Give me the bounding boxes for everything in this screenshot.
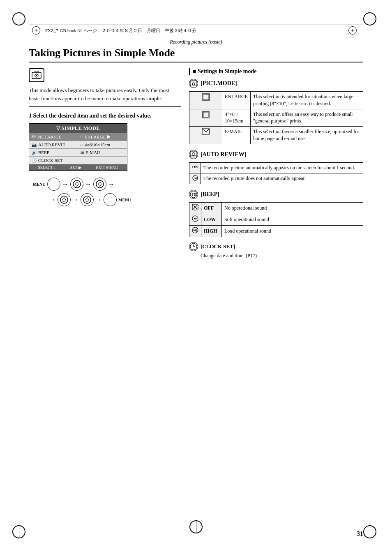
beep-low-icon	[189, 214, 201, 225]
settings-heading: ■ Settings in Simple mode	[189, 68, 363, 75]
header-file-info: FXZ_7-GN.book 31 ページ ２００４年８月２日 月曜日 午後３時４…	[45, 28, 196, 34]
beep-high-icon	[189, 225, 201, 237]
category-label: Recording pictures (basic)	[29, 39, 363, 45]
auto-review-label: [AUTO REVIEW]	[201, 151, 246, 158]
menu-title: ▽ SIMPLE MODE	[29, 124, 127, 133]
pict-mode-heading: [PICT.MODE]	[189, 79, 363, 88]
nav-btn-ok4[interactable]	[81, 193, 94, 206]
nav-btn-ok3[interactable]	[58, 193, 71, 206]
header-crosshair-right	[348, 26, 357, 35]
step1-heading: 1 Select the desired item and set the de…	[29, 113, 181, 119]
auto-review-on-desc: The recorded picture automatically appea…	[201, 162, 363, 173]
beep-label: [BEEP]	[201, 191, 219, 198]
nav-btn-ok1[interactable]	[70, 178, 83, 191]
arrow-4: →	[49, 196, 56, 203]
beep-row-high: HIGH Loud operational sound	[189, 225, 363, 237]
two-col-layout: This mode allows beginners to take pictu…	[29, 68, 363, 259]
svg-marker-8	[62, 197, 66, 202]
menu-cell-auto: 📷 AUTO REVIE	[29, 141, 78, 148]
menu-row-beep: 🔊 BEEP ✉ E-MAIL	[29, 149, 127, 157]
arrow-1: →	[62, 180, 69, 188]
pict-email-desc: This selection favors a smaller file siz…	[251, 127, 363, 144]
nav-row-1: MENU → →	[33, 178, 181, 191]
header-crosshair-left	[32, 26, 40, 35]
beep-low-desc: Soft operational sound	[222, 214, 363, 225]
auto-review-row-off: OF The recorded picture does not automat…	[189, 173, 363, 184]
bottom-center-crosshair	[189, 520, 203, 533]
pict-email-icon-cell	[189, 127, 222, 144]
svg-marker-6	[98, 182, 101, 187]
clock-set-section: [CLOCK SET] Change date and time. (P17)	[189, 242, 363, 259]
pict-4x6-name: 4"×6"/10×15cm	[222, 109, 251, 127]
left-column: This mode allows beginners to take pictu…	[29, 68, 181, 259]
nav-btn-menu2[interactable]	[104, 193, 117, 206]
arrow-3: →	[108, 180, 115, 188]
clock-icon: 🕐	[32, 158, 37, 163]
auto-review-row-on: ON The recorded picture automatically ap…	[189, 162, 363, 173]
menu-label-2: MENU	[118, 198, 131, 202]
pict-4x6-desc: This selection offers an easy way to pro…	[251, 109, 363, 127]
clock-set-icon	[189, 242, 198, 251]
beep-row-low: LOW Soft operational sound	[189, 214, 363, 225]
nav-area: MENU → →	[29, 178, 181, 206]
auto-review-on-icon: ON	[189, 162, 201, 173]
enlarge-icon: □	[81, 134, 83, 139]
menu-cell-4x6: □ 4×6/10×15cm	[78, 141, 127, 148]
header-bar: FXZ_7-GN.book 31 ページ ２００４年８月２日 月曜日 午後３時４…	[29, 25, 363, 36]
svg-point-12	[192, 83, 195, 85]
menu-row-pict: 🎞 PICT.MODE □ ENLARGE ▶	[29, 133, 127, 141]
simple-mode-icon	[29, 68, 44, 82]
menu-bottom-bar: SELECT ↕ SET ▶ EXIT MENU	[29, 164, 127, 171]
beep-section-icon	[189, 190, 198, 199]
auto-icon: 📷	[32, 143, 37, 147]
pict-row-email: E-MAIL This selection favors a smaller f…	[189, 127, 363, 144]
corner-tl	[12, 12, 29, 29]
beep-off-level: OFF	[201, 203, 222, 214]
svg-marker-10	[85, 197, 89, 202]
menu-cell-clock: 🕐 CLOCK SET	[29, 157, 127, 164]
pict-icon: 🎞	[32, 134, 36, 139]
svg-marker-4	[75, 182, 78, 187]
4x6-icon: □	[81, 143, 83, 147]
clock-set-heading: [CLOCK SET]	[189, 242, 363, 251]
arrow-2: →	[85, 180, 92, 188]
pict-enlarge-desc: This selection is intended for situation…	[251, 92, 363, 109]
menu-cell-beep: 🔊 BEEP	[29, 149, 78, 156]
nav-btn-menu[interactable]	[47, 178, 60, 191]
beep-low-level: LOW	[201, 214, 222, 225]
pict-email-name: E-MAIL	[222, 127, 251, 144]
menu-mockup: ▽ SIMPLE MODE 🎞 PICT.MODE □ ENLARGE ▶	[29, 123, 127, 171]
pict-mode-icon	[189, 79, 198, 88]
main-content: Recording pictures (basic) Taking Pictur…	[29, 39, 363, 521]
beep-off-desc: No operational sound	[222, 203, 363, 214]
svg-text:OF: OF	[194, 177, 198, 180]
menu-cell-enlarge: □ ENLARGE ▶	[78, 133, 127, 141]
pict-mode-label: [PICT.MODE]	[201, 80, 237, 87]
pict-mode-table: ENLARGE This selection is intended for s…	[189, 91, 363, 144]
beep-table: OFF No operational sound LOW Soft operat…	[189, 202, 363, 237]
menu-cell-email: ✉ E-MAIL	[78, 149, 127, 156]
pict-enlarge-name: ENLARGE	[222, 92, 251, 109]
auto-review-heading: [AUTO REVIEW]	[189, 150, 363, 159]
email-icon: ✉	[81, 150, 84, 155]
menu-label-1: MENU	[33, 182, 46, 187]
svg-point-19	[192, 152, 195, 155]
menu-cell-pict: 🎞 PICT.MODE	[29, 133, 78, 141]
beep-high-desc: Loud operational sound	[222, 225, 363, 237]
nav-btn-ok2[interactable]	[93, 178, 106, 191]
auto-review-off-desc: The recorded picture does not automatica…	[201, 173, 363, 184]
corner-br	[363, 525, 380, 542]
pict-row-4x6: 4"×6"/10×15cm This selection offers an e…	[189, 109, 363, 127]
beep-off-icon	[189, 203, 201, 214]
beep-heading: [BEEP]	[189, 190, 363, 199]
auto-review-icon	[189, 150, 198, 159]
pict-4x6-icon-cell	[189, 109, 222, 127]
page-title: Taking Pictures in Simple Mode	[29, 47, 363, 62]
clock-set-desc: Change date and time. (P17)	[189, 253, 363, 259]
auto-review-table: ON The recorded picture automatically ap…	[189, 162, 363, 184]
beep-icon: 🔊	[32, 150, 37, 155]
svg-rect-18	[190, 151, 197, 157]
svg-point-2	[36, 75, 37, 76]
corner-tr	[363, 12, 380, 29]
corner-bl	[12, 525, 29, 542]
